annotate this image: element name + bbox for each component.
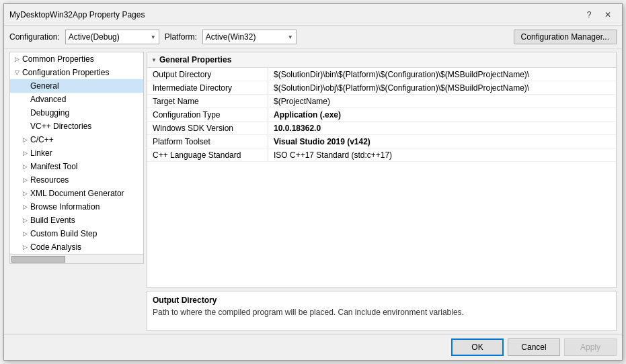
sidebar-item-xml-document-generator[interactable]: ▷ XML Document Generator: [10, 187, 143, 200]
expand-icon: [21, 122, 29, 130]
expand-icon: ▷: [21, 149, 29, 157]
ok-button[interactable]: OK: [451, 338, 504, 356]
main-content: ▷ Common Properties ▽ Configuration Prop…: [4, 49, 622, 334]
platform-select[interactable]: Active(Win32) ▼: [202, 30, 297, 44]
tree-item-label: C/C++: [30, 135, 54, 144]
sidebar-item-code-analysis[interactable]: ▷ Code Analysis: [10, 240, 143, 254]
platform-select-arrow: ▼: [288, 34, 293, 40]
sidebar-item-advanced[interactable]: Advanced: [10, 93, 143, 106]
prop-value-intermediate-directory: $(SolutionDir)\obj\$(Platform)\$(Configu…: [268, 81, 616, 94]
prop-value-platform-toolset: Visual Studio 2019 (v142): [268, 135, 616, 148]
prop-name-intermediate-directory: Intermediate Directory: [147, 81, 268, 94]
sidebar-item-vcpp-directories[interactable]: VC++ Directories: [10, 120, 143, 133]
prop-value-config-type: Application (.exe): [268, 108, 616, 121]
cancel-button[interactable]: Cancel: [508, 338, 560, 356]
tree-item-label: Linker: [30, 148, 52, 158]
tree-panel: ▷ Common Properties ▽ Configuration Prop…: [9, 52, 144, 255]
apply-button[interactable]: Apply: [564, 338, 617, 356]
sidebar-item-general[interactable]: General: [10, 79, 143, 93]
section-chevron-icon: ▼: [151, 57, 157, 63]
property-row-config-type[interactable]: Configuration Type Application (.exe): [147, 108, 616, 122]
tree-scrollbar[interactable]: [9, 255, 144, 264]
tree-item-label: Configuration Properties: [22, 68, 109, 77]
description-panel: Output Directory Path to where the compi…: [147, 291, 617, 331]
tree-item-label: XML Document Generator: [30, 189, 124, 198]
right-panel: ▼ General Properties Output Directory $(…: [147, 52, 617, 331]
expand-icon: ▷: [21, 230, 29, 238]
property-row-intermediate-directory[interactable]: Intermediate Directory $(SolutionDir)\ob…: [147, 81, 616, 95]
property-row-output-directory[interactable]: Output Directory $(SolutionDir)\bin\$(Pl…: [147, 68, 616, 81]
tree-item-label: Common Properties: [22, 54, 94, 64]
sidebar-item-resources[interactable]: ▷ Resources: [10, 173, 143, 187]
scrollbar-thumb[interactable]: [11, 256, 65, 263]
sidebar-item-linker[interactable]: ▷ Linker: [10, 146, 143, 160]
tree-item-label: Advanced: [30, 95, 66, 104]
sidebar-item-ccpp[interactable]: ▷ C/C++: [10, 133, 143, 146]
prop-name-target-name: Target Name: [147, 95, 268, 107]
tree-item-label: Code Analysis: [30, 242, 81, 252]
prop-name-config-type: Configuration Type: [147, 108, 268, 121]
section-header: ▼ General Properties: [147, 52, 616, 68]
prop-name-windows-sdk: Windows SDK Version: [147, 122, 268, 134]
config-select[interactable]: Active(Debug) ▼: [65, 30, 159, 44]
expand-icon: ▷: [21, 243, 29, 251]
prop-name-cpp-language-standard: C++ Language Standard: [147, 148, 268, 161]
title-bar-controls: ? ✕: [580, 8, 617, 21]
config-select-arrow: ▼: [151, 34, 156, 40]
expand-icon: [21, 109, 29, 117]
title-bar-left: MyDesktopWin32App Property Pages: [9, 10, 145, 19]
expand-icon: ▷: [21, 136, 29, 144]
property-row-target-name[interactable]: Target Name $(ProjectName): [147, 95, 616, 108]
prop-value-output-directory: $(SolutionDir)\bin\$(Platform)\$(Configu…: [268, 68, 616, 81]
expand-icon: [21, 95, 29, 103]
config-manager-button[interactable]: Configuration Manager...: [514, 30, 617, 44]
tree-item-label: Resources: [30, 175, 69, 185]
button-bar: OK Cancel Apply: [4, 334, 622, 360]
help-button[interactable]: ?: [580, 8, 598, 21]
title-bar: MyDesktopWin32App Property Pages ? ✕: [4, 4, 622, 26]
sidebar-item-debugging[interactable]: Debugging: [10, 106, 143, 120]
sidebar-item-configuration-properties[interactable]: ▽ Configuration Properties: [10, 66, 143, 79]
tree-item-label: Manifest Tool: [30, 162, 77, 171]
expand-icon: ▷: [13, 55, 21, 63]
expand-icon: ▷: [21, 189, 29, 197]
expand-icon: ▷: [21, 163, 29, 171]
dialog-title: MyDesktopWin32App Property Pages: [9, 10, 145, 19]
tree-item-label: Custom Build Step: [30, 229, 97, 238]
section-title: General Properties: [159, 55, 231, 64]
property-row-platform-toolset[interactable]: Platform Toolset Visual Studio 2019 (v14…: [147, 135, 616, 148]
sidebar-item-common-properties[interactable]: ▷ Common Properties: [10, 52, 143, 66]
tree-item-label: Browse Information: [30, 202, 100, 212]
config-label: Configuration:: [9, 32, 60, 42]
expand-icon: ▷: [21, 216, 29, 224]
property-row-cpp-language-standard[interactable]: C++ Language Standard ISO C++17 Standard…: [147, 148, 616, 162]
tree-item-label: VC++ Directories: [30, 122, 91, 131]
platform-label: Platform:: [165, 32, 197, 42]
expand-icon: ▽: [13, 69, 21, 77]
prop-value-target-name: $(ProjectName): [268, 95, 616, 107]
prop-value-cpp-language-standard: ISO C++17 Standard (std:c++17): [268, 148, 616, 161]
sidebar-item-custom-build-step[interactable]: ▷ Custom Build Step: [10, 227, 143, 240]
property-pages-dialog: MyDesktopWin32App Property Pages ? ✕ Con…: [3, 3, 623, 361]
prop-value-windows-sdk: 10.0.18362.0: [268, 122, 616, 134]
sidebar-item-manifest-tool[interactable]: ▷ Manifest Tool: [10, 160, 143, 173]
tree-item-label: Build Events: [30, 216, 75, 225]
properties-table: ▼ General Properties Output Directory $(…: [147, 52, 617, 288]
expand-icon: ▷: [21, 203, 29, 211]
prop-name-platform-toolset: Platform Toolset: [147, 135, 268, 148]
description-title: Output Directory: [153, 295, 611, 305]
property-row-windows-sdk[interactable]: Windows SDK Version 10.0.18362.0: [147, 122, 616, 135]
close-button[interactable]: ✕: [599, 8, 617, 21]
tree-item-label: General: [30, 81, 59, 91]
sidebar-item-build-events[interactable]: ▷ Build Events: [10, 214, 143, 227]
config-bar: Configuration: Active(Debug) ▼ Platform:…: [4, 26, 622, 49]
prop-name-output-directory: Output Directory: [147, 68, 268, 81]
sidebar-item-browse-information[interactable]: ▷ Browse Information: [10, 200, 143, 214]
description-text: Path to where the compiled program will …: [153, 308, 611, 317]
tree-item-label: Debugging: [30, 108, 69, 118]
expand-icon: [21, 82, 29, 90]
expand-icon: ▷: [21, 176, 29, 184]
